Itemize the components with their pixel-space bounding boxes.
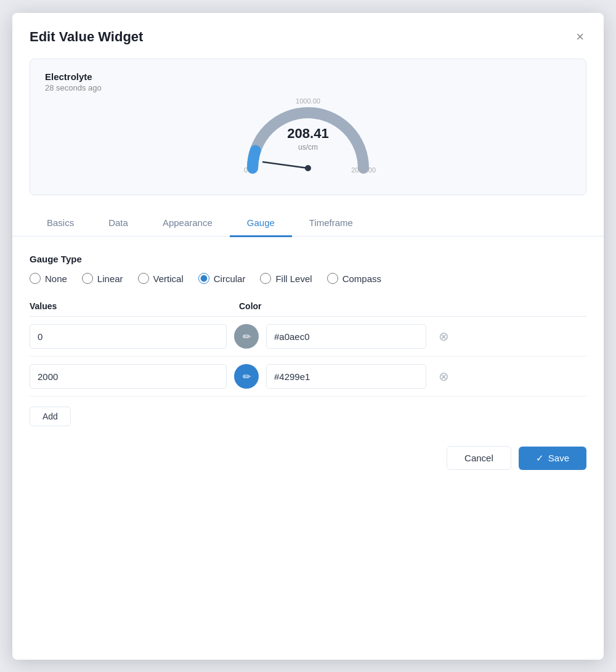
radio-compass[interactable] (327, 273, 338, 284)
tab-data[interactable]: Data (91, 210, 145, 237)
gauge-value: 208.41 (287, 126, 328, 141)
modal-header: Edit Value Widget × (12, 13, 604, 59)
preview-name: Electrolyte (45, 71, 92, 82)
gauge-svg-wrapper: 1000.00 0 2000.00 208.41 us/cm (240, 97, 376, 177)
radio-vertical[interactable] (138, 273, 149, 284)
pencil-icon-0: ✏ (243, 331, 251, 342)
radio-circular-label: Circular (214, 273, 246, 284)
color-input-1[interactable] (266, 364, 426, 389)
radio-circular[interactable] (198, 273, 209, 284)
remove-button-0[interactable]: ⊗ (437, 329, 450, 344)
table-header: Values Color (30, 301, 586, 317)
radio-fill-level[interactable] (260, 273, 271, 284)
radio-option-compass[interactable]: Compass (327, 273, 381, 284)
radio-option-circular[interactable]: Circular (198, 273, 246, 284)
radio-fill-level-label: Fill Level (275, 273, 312, 284)
save-label: Save (548, 453, 569, 463)
gauge-center-text: 208.41 us/cm (287, 126, 328, 152)
edit-value-widget-modal: Edit Value Widget × Electrolyte 28 secon… (12, 13, 604, 660)
radio-linear-label: Linear (97, 273, 123, 284)
radio-linear[interactable] (82, 273, 93, 284)
table-row: ✏ ⊗ (30, 357, 586, 397)
save-button[interactable]: ✓ Save (519, 447, 586, 470)
tab-appearance[interactable]: Appearance (145, 210, 230, 237)
color-input-0[interactable] (266, 324, 426, 349)
tab-timeframe[interactable]: Timeframe (292, 210, 370, 237)
radio-option-none[interactable]: None (30, 273, 67, 284)
col-header-color: Color (239, 301, 586, 311)
preview-area: Electrolyte 28 seconds ago 1000.00 0 (30, 59, 586, 195)
content-area: Gauge Type None Linear Vertical Circular (12, 237, 604, 426)
save-icon: ✓ (536, 453, 544, 464)
color-picker-button-1[interactable]: ✏ (234, 364, 259, 389)
gauge-label-top: 1000.00 (296, 97, 320, 105)
add-button[interactable]: Add (30, 407, 71, 426)
radio-none[interactable] (30, 273, 41, 284)
values-table: Values Color ✏ ⊗ ✏ ⊗ (30, 301, 586, 426)
modal-title: Edit Value Widget (30, 29, 143, 45)
gauge-type-label: Gauge Type (30, 254, 586, 264)
tab-gauge[interactable]: Gauge (230, 210, 292, 237)
svg-point-1 (305, 165, 311, 171)
value-input-1[interactable] (30, 364, 227, 389)
svg-line-0 (263, 162, 308, 168)
cancel-button[interactable]: Cancel (447, 446, 511, 470)
radio-option-vertical[interactable]: Vertical (138, 273, 184, 284)
tab-basics[interactable]: Basics (30, 210, 91, 237)
color-picker-button-0[interactable]: ✏ (234, 324, 259, 349)
gauge-label-min: 0 (244, 166, 248, 174)
radio-option-fill-level[interactable]: Fill Level (260, 273, 312, 284)
tabs-row: Basics Data Appearance Gauge Timeframe (12, 210, 604, 237)
remove-button-1[interactable]: ⊗ (437, 369, 450, 384)
radio-none-label: None (45, 273, 67, 284)
radio-option-linear[interactable]: Linear (82, 273, 123, 284)
gauge-unit: us/cm (287, 143, 328, 152)
table-row: ✏ ⊗ (30, 317, 586, 357)
gauge-preview: 1000.00 0 2000.00 208.41 us/cm (45, 97, 571, 177)
radio-compass-label: Compass (342, 273, 381, 284)
close-button[interactable]: × (573, 28, 586, 46)
gauge-type-radio-group: None Linear Vertical Circular Fill Level… (30, 273, 586, 284)
value-input-0[interactable] (30, 324, 227, 349)
preview-timestamp: 28 seconds ago (45, 83, 102, 92)
gauge-label-max: 2000.00 (351, 166, 376, 174)
radio-vertical-label: Vertical (153, 273, 184, 284)
pencil-icon-1: ✏ (243, 371, 251, 383)
modal-footer: Cancel ✓ Save (12, 426, 604, 470)
col-header-values: Values (30, 301, 239, 311)
